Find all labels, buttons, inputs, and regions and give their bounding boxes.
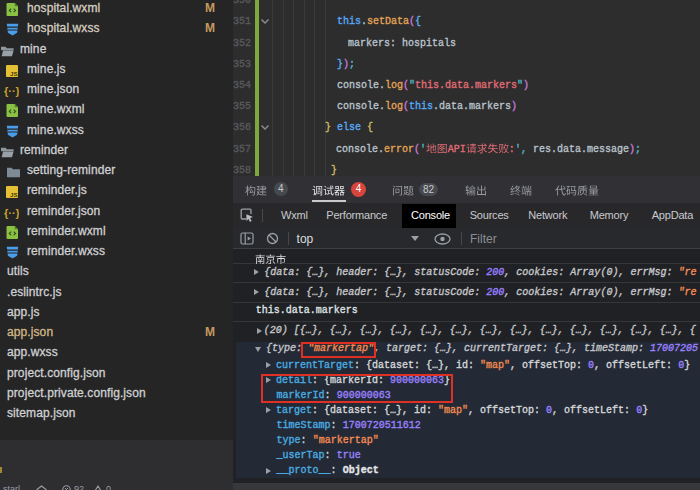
svg-text:{··}: {··} [4, 85, 19, 97]
svg-text:JS: JS [10, 191, 18, 198]
svg-text:{··}: {··} [4, 207, 19, 219]
svg-text:JS: JS [10, 69, 18, 76]
